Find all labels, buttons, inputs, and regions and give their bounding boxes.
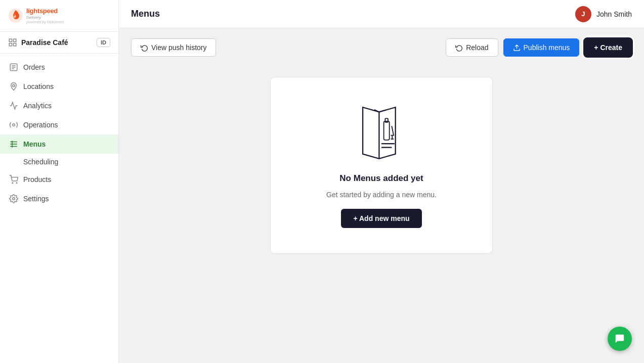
publish-menus-button[interactable]: Publish menus xyxy=(503,38,580,57)
org-selector[interactable]: Paradise Café ID xyxy=(0,32,118,54)
sidebar-nav: Orders Locations Analytics Operations xyxy=(0,54,118,363)
sidebar-item-operations[interactable]: Operations xyxy=(0,115,118,134)
content-area: No Menus added yet Get started by adding… xyxy=(119,67,644,363)
history-icon xyxy=(141,44,148,52)
sidebar-item-settings[interactable]: Settings xyxy=(0,189,118,208)
topbar: Menus J John Smith xyxy=(119,0,644,28)
sidebar-item-menus-label: Menus xyxy=(23,140,46,148)
empty-state-card: No Menus added yet Get started by adding… xyxy=(270,77,493,254)
main-content: Menus J John Smith View push history Rel… xyxy=(119,0,644,363)
user-name: John Smith xyxy=(596,10,632,18)
logo-area: lightspeed Delivery powered by Deliverec… xyxy=(0,0,118,32)
reload-label: Reload xyxy=(466,43,488,52)
view-push-history-button[interactable]: View push history xyxy=(131,38,216,57)
sidebar-item-scheduling-label: Scheduling xyxy=(23,158,58,166)
add-new-menu-label: + Add new menu xyxy=(353,214,409,222)
svg-point-11 xyxy=(12,183,13,184)
sidebar-item-orders[interactable]: Orders xyxy=(0,58,118,77)
sidebar: lightspeed Delivery powered by Deliverec… xyxy=(0,0,119,363)
empty-state-illustration xyxy=(351,103,412,163)
sidebar-item-locations[interactable]: Locations xyxy=(0,77,118,96)
sidebar-item-scheduling[interactable]: Scheduling xyxy=(0,154,118,170)
right-buttons: Reload Publish menus + Create xyxy=(446,38,632,57)
publish-icon xyxy=(513,44,521,52)
add-new-menu-button[interactable]: + Add new menu xyxy=(341,209,421,228)
svg-point-10 xyxy=(13,124,15,126)
sidebar-item-products[interactable]: Products xyxy=(0,170,118,189)
topbar-right: J John Smith xyxy=(575,6,632,22)
sidebar-item-analytics-label: Analytics xyxy=(23,102,52,110)
logo: lightspeed Delivery powered by Deliverec… xyxy=(8,7,64,24)
sidebar-item-operations-label: Operations xyxy=(23,121,58,129)
sidebar-item-orders-label: Orders xyxy=(23,63,45,71)
svg-point-9 xyxy=(13,84,15,87)
org-name-label: Paradise Café xyxy=(8,38,68,47)
publish-menus-label: Publish menus xyxy=(524,43,570,52)
sidebar-item-analytics[interactable]: Analytics xyxy=(0,96,118,115)
svg-rect-4 xyxy=(9,43,12,46)
chat-support-button[interactable] xyxy=(608,327,632,351)
sidebar-item-products-label: Products xyxy=(23,175,51,184)
chat-icon xyxy=(614,333,625,344)
svg-rect-15 xyxy=(384,121,390,140)
logo-sub: Delivery xyxy=(26,15,64,20)
sidebar-item-settings-label: Settings xyxy=(23,195,49,203)
logo-text: lightspeed xyxy=(26,7,64,15)
svg-rect-2 xyxy=(14,39,16,41)
logo-powered: powered by Deliverect xyxy=(26,20,64,24)
reload-icon xyxy=(455,44,463,52)
id-badge[interactable]: ID xyxy=(97,38,110,47)
view-push-history-label: View push history xyxy=(151,43,206,52)
avatar: J xyxy=(575,6,591,22)
svg-rect-3 xyxy=(14,43,16,46)
create-button[interactable]: + Create xyxy=(584,38,632,57)
svg-point-13 xyxy=(13,198,15,200)
sidebar-item-menus[interactable]: Menus xyxy=(0,134,118,154)
page-title: Menus xyxy=(131,9,160,19)
action-bar: View push history Reload Publish menus + xyxy=(119,28,644,67)
create-label: + Create xyxy=(594,43,622,52)
svg-point-12 xyxy=(16,183,17,184)
sidebar-item-locations-label: Locations xyxy=(23,82,54,90)
empty-title: No Menus added yet xyxy=(339,173,423,184)
empty-subtitle: Get started by adding a new menu. xyxy=(326,191,437,199)
svg-rect-1 xyxy=(9,39,12,41)
reload-button[interactable]: Reload xyxy=(446,38,498,57)
